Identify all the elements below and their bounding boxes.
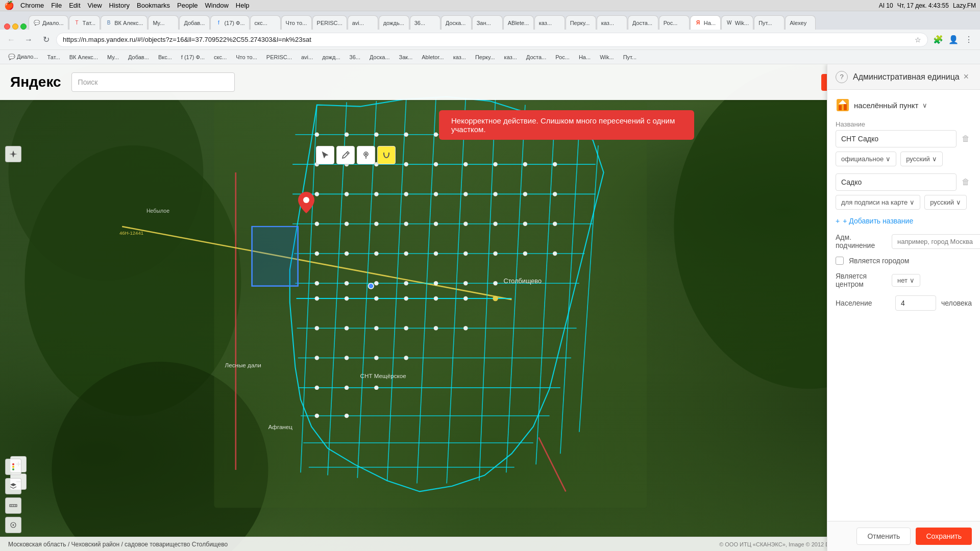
nav-forward[interactable]: → — [21, 33, 36, 47]
tab-doska[interactable]: Доска... — [441, 15, 472, 30]
measure-btn[interactable] — [5, 517, 21, 533]
magnet-tool-btn[interactable] — [377, 146, 396, 164]
tab-add[interactable]: Добав... — [179, 15, 210, 30]
edit-tool-btn[interactable] — [336, 146, 355, 164]
bookmark-fb2[interactable]: f (17) Ф... — [177, 52, 209, 63]
bookmark-ros[interactable]: Рос... — [551, 52, 574, 63]
tab-kaz1[interactable]: каз... — [534, 15, 565, 30]
name-type-select[interactable]: официальное ∨ — [836, 152, 896, 166]
panel-close-btn[interactable]: × — [960, 70, 972, 83]
save-button[interactable]: Сохранить — [916, 528, 972, 545]
bookmark-wik[interactable]: Wik... — [596, 52, 618, 63]
bookmark-chto[interactable]: Что то... — [232, 52, 261, 63]
extensions-btn[interactable]: 🧩 — [931, 33, 945, 47]
bookmark-36[interactable]: 36... — [346, 52, 364, 63]
name2-type-select[interactable]: для подписи на карте ∨ — [836, 195, 920, 210]
menu-help[interactable]: Help — [236, 2, 250, 9]
tab-my[interactable]: Мy... — [148, 15, 179, 30]
name2-delete-btn[interactable]: 🗑 — [960, 176, 972, 188]
tab-vk[interactable]: В ВК Алекс... — [101, 15, 148, 30]
is-center-select[interactable]: нет ∨ — [892, 274, 920, 287]
tab-put[interactable]: Пут... — [754, 15, 785, 30]
svg-point-57 — [523, 192, 527, 196]
traffic-light-red[interactable] — [4, 23, 10, 30]
address-bar[interactable]: https://n.maps.yandex.ru/#!/objects?z=16… — [56, 33, 928, 47]
menu-window[interactable]: Window — [205, 2, 229, 9]
traffic-light-green[interactable] — [20, 23, 27, 30]
tab-fb[interactable]: f (17) Ф... — [210, 15, 249, 30]
tab-alexey[interactable]: Alexey — [785, 15, 816, 30]
menu-bookmarks[interactable]: Bookmarks — [137, 2, 170, 9]
yandex-search-box[interactable]: Поиск — [71, 72, 235, 92]
ruler-btn[interactable] — [5, 497, 21, 514]
nav-back[interactable]: ← — [4, 33, 18, 47]
nav-reload[interactable]: ↻ — [39, 33, 53, 47]
map-area[interactable]: Столбищево Лесные дали СНТ Мещёрское Афг… — [0, 64, 980, 551]
bookmark-able[interactable]: Abletor... — [418, 52, 448, 63]
menu-view[interactable]: View — [88, 2, 102, 9]
tab-tat[interactable]: Т Tат... — [69, 15, 101, 30]
tab-dosta[interactable]: Доста... — [628, 15, 658, 30]
menu-history[interactable]: History — [109, 2, 130, 9]
admin-input[interactable] — [892, 234, 980, 249]
apple-menu[interactable]: 🍎 — [4, 1, 14, 10]
bookmark-avi[interactable]: avi... — [297, 52, 317, 63]
cursor-tool-btn[interactable] — [316, 146, 334, 164]
name-delete-btn[interactable]: 🗑 — [960, 133, 972, 145]
bookmark-rain[interactable]: дожд... — [318, 52, 344, 63]
star-icon[interactable]: ☆ — [915, 36, 921, 44]
layers-btn[interactable] — [5, 478, 21, 494]
population-input[interactable] — [895, 295, 936, 311]
bookmark-perisc[interactable]: PERISC... — [262, 52, 296, 63]
tab-dialо[interactable]: 💬 Диало... — [29, 15, 68, 30]
bookmark-kaz[interactable]: каз... — [449, 52, 470, 63]
menu-chrome[interactable]: Chrome — [20, 2, 44, 9]
bookmark-fb[interactable]: Вкс... — [154, 52, 176, 63]
bookmark-put[interactable]: Пут... — [619, 52, 641, 63]
tab-perisc[interactable]: PERISC... — [312, 15, 347, 30]
traffic-btn[interactable] — [5, 459, 21, 475]
cancel-button[interactable]: Отменить — [856, 528, 911, 545]
navigate-btn[interactable] — [5, 146, 21, 162]
tab-avi[interactable]: avi... — [348, 15, 378, 30]
bookmark-dosta[interactable]: Доста... — [522, 52, 550, 63]
name2-lang-select[interactable]: русский ∨ — [924, 195, 967, 210]
bookmark-kaz2[interactable]: каз... — [500, 52, 521, 63]
tab-chto[interactable]: Что то... — [281, 15, 312, 30]
tab-na[interactable]: Я На... — [690, 15, 721, 30]
is-city-checkbox[interactable] — [836, 257, 844, 265]
menu-btn[interactable]: ⋮ — [962, 33, 976, 47]
bookmark-vk[interactable]: ВК Алекс... — [65, 52, 102, 63]
name2-input[interactable]: Садко — [836, 173, 957, 191]
bookmark-sks[interactable]: скс... — [210, 52, 231, 63]
profile-btn[interactable]: 👤 — [946, 33, 961, 47]
tab-sks[interactable]: скс... — [250, 15, 281, 30]
menu-edit[interactable]: Edit — [69, 2, 80, 9]
tab-36[interactable]: 36... — [410, 15, 440, 30]
bookmark-my[interactable]: Мy... — [103, 52, 123, 63]
menu-people[interactable]: People — [177, 2, 198, 9]
tab-perku[interactable]: Перку... — [566, 15, 596, 30]
bookmark-zan[interactable]: Зак... — [395, 52, 416, 63]
add-name-btn[interactable]: + + Добавить название — [836, 217, 972, 225]
tab-kaz2[interactable]: каз... — [597, 15, 627, 30]
entity-type-dropdown[interactable]: ∨ — [922, 102, 927, 109]
bookmark-doska[interactable]: Доска... — [365, 52, 394, 63]
bookmark-na[interactable]: На... — [575, 52, 595, 63]
tab-ros[interactable]: Рос... — [659, 15, 690, 30]
name-input[interactable]: СНТ Садко — [836, 130, 957, 147]
bookmark-tat[interactable]: Тат... — [43, 52, 64, 63]
panel-help-btn[interactable]: ? — [836, 71, 848, 83]
tab-able[interactable]: ABlete... — [503, 15, 534, 30]
bookmark-add[interactable]: Добав... — [124, 52, 153, 63]
bookmark-perku[interactable]: Перку... — [471, 52, 499, 63]
traffic-light-yellow[interactable] — [12, 23, 18, 30]
tab-rain[interactable]: дождь... — [379, 15, 409, 30]
menu-file[interactable]: File — [51, 2, 62, 9]
edit-icon — [341, 151, 350, 160]
tab-zan[interactable]: Зан... — [472, 15, 503, 30]
bookmark-dialо[interactable]: 💬 Диало... — [4, 52, 42, 63]
pin-tool-btn[interactable] — [357, 146, 375, 164]
tab-wik[interactable]: W Wik... — [721, 15, 754, 30]
name-lang-select[interactable]: русский ∨ — [900, 152, 943, 166]
